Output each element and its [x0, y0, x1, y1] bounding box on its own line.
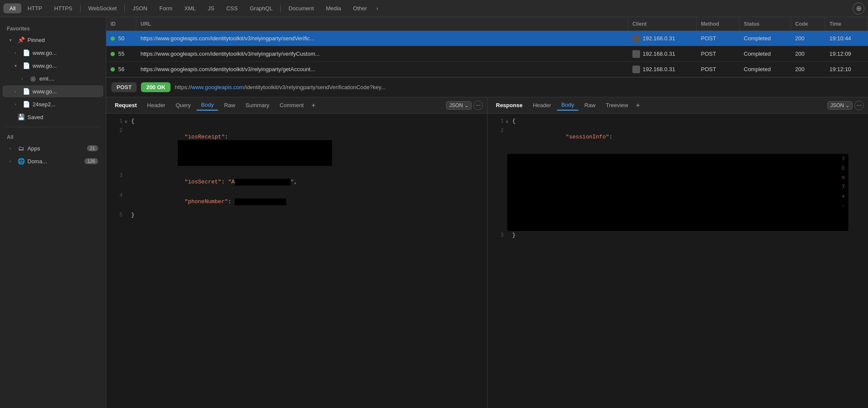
req-tab-request[interactable]: Request	[111, 100, 141, 110]
sidebar-item-eml[interactable]: › ◎ eml....	[3, 72, 103, 84]
chevron-down-icon: ▾	[9, 38, 15, 42]
pinned-label: Pinned	[27, 37, 98, 43]
tab-graphql[interactable]: GraphQL	[244, 3, 278, 13]
sidebar-item-24sep[interactable]: › 📄 24sep2...	[3, 98, 103, 110]
resp-line-3: 3 }	[488, 232, 868, 241]
url-bar: POST 200 OK https://www.googleapis.com/i…	[106, 78, 868, 97]
sidebar-item-apps[interactable]: › 🗂 Apps 21	[3, 142, 103, 154]
td-url-3: https://www.googleapis.com/identitytoolk…	[136, 66, 628, 72]
td-id-1: 50	[106, 35, 136, 42]
resp-tab-plus[interactable]: +	[634, 102, 641, 109]
req-format-select[interactable]: JSON ⌄	[446, 101, 471, 110]
req-tab-comment[interactable]: Comment	[275, 100, 308, 110]
line-num-3: 3	[110, 172, 123, 179]
resp-format-chevron: ⌄	[845, 102, 850, 108]
sidebar-item-label-1: www.go...	[33, 50, 98, 56]
td-method-3: POST	[697, 66, 739, 72]
request-half: Request Header Query Body Raw Summary Co…	[106, 97, 488, 408]
req-tab-plus[interactable]: +	[310, 102, 317, 109]
td-client-1: 192.168.0.31	[628, 35, 697, 42]
line-content-3: "iosSecret": "A",	[129, 172, 484, 192]
code-line-5: 5 }	[106, 212, 487, 221]
resp-tab-raw[interactable]: Raw	[580, 100, 600, 110]
td-code-1: 200	[791, 35, 825, 42]
resp-tab-body[interactable]: Body	[557, 100, 578, 111]
response-code-area[interactable]: 1 ∨ { 2 "sessionInfo":	[488, 114, 868, 408]
table-row[interactable]: 55 https://www.googleapis.com/identityto…	[106, 46, 868, 62]
resp-content-2: "sessionInfo":	[511, 127, 865, 153]
apps-icon: 🗂	[17, 144, 25, 152]
request-tabs: Request Header Query Body Raw Summary Co…	[106, 97, 487, 114]
table-row[interactable]: 56 https://www.googleapis.com/identityto…	[106, 62, 868, 77]
td-time-3: 19:12:10	[825, 66, 868, 72]
td-method-2: POST	[697, 51, 739, 57]
all-label: All	[0, 131, 106, 142]
domains-badge: 126	[84, 158, 98, 164]
sidebar-item-pinned[interactable]: ▾ 📌 Pinned	[3, 34, 103, 46]
chevron-right-icon-domains: ›	[9, 159, 15, 164]
tab-css[interactable]: CSS	[220, 3, 244, 13]
line-num-5: 5	[110, 212, 123, 218]
tab-more[interactable]: ›	[373, 3, 382, 13]
td-time-1: 19:10:44	[825, 35, 868, 42]
sidebar-divider	[7, 127, 99, 127]
sidebar-item-domains[interactable]: › 🌐 Doma... 126	[3, 155, 103, 167]
resp-options-button[interactable]: ⋯	[854, 101, 864, 110]
pin-icon: 📌	[17, 36, 25, 44]
th-status: Status	[739, 17, 791, 30]
table-row[interactable]: 50 https://www.googleapis.com/identityto…	[106, 31, 868, 46]
req-tab-raw[interactable]: Raw	[220, 100, 239, 110]
resp-tab-header[interactable]: Header	[529, 100, 556, 110]
response-tabs: Response Header Body Raw Treeview + JSON…	[488, 97, 868, 114]
collapse-chevron-1[interactable]: ∨	[123, 118, 129, 124]
req-tab-summary[interactable]: Summary	[241, 100, 274, 110]
circle-icon: ◎	[29, 75, 37, 82]
url-suffix: /identitytoolkit/v3/relyingparty/sendVer…	[244, 84, 386, 90]
req-tab-header[interactable]: Header	[143, 100, 170, 110]
main-layout: Favorites ▾ 📌 Pinned › 📄 www.go... ▾ 📄 w…	[0, 17, 868, 408]
page-icon: 📄	[22, 49, 30, 57]
req-tab-query[interactable]: Query	[171, 100, 195, 110]
tab-https[interactable]: HTTPS	[48, 3, 78, 13]
resp-content-3: }	[511, 232, 865, 238]
sidebar: Favorites ▾ 📌 Pinned › 📄 www.go... ▾ 📄 w…	[0, 17, 106, 408]
page-icon-2: 📄	[22, 62, 30, 69]
th-url: URL	[136, 17, 628, 30]
url-prefix: https://	[175, 84, 192, 90]
tab-http[interactable]: HTTP	[21, 3, 48, 13]
req-tab-body[interactable]: Body	[197, 100, 218, 111]
tab-form[interactable]: Form	[153, 3, 178, 13]
line-num-1: 1	[110, 118, 123, 124]
req-options-button[interactable]: ⋯	[473, 101, 483, 110]
sidebar-item-www-go-1[interactable]: › 📄 www.go...	[3, 47, 103, 59]
sidebar-item-www-go-3[interactable]: › 📄 www.go...	[3, 85, 103, 97]
resp-tab-treeview[interactable]: Treeview	[602, 100, 632, 110]
resp-format-select[interactable]: JSON ⌄	[827, 101, 853, 110]
tab-all[interactable]: All	[3, 3, 21, 13]
response-half: Response Header Body Raw Treeview + JSON…	[488, 97, 868, 408]
tab-js[interactable]: JS	[202, 3, 220, 13]
tab-xml[interactable]: XML	[178, 3, 202, 13]
sidebar-item-saved[interactable]: › 💾 Saved	[3, 111, 103, 123]
code-line-1: 1 ∨ {	[106, 118, 487, 127]
tab-other[interactable]: Other	[347, 3, 373, 13]
req-format-chevron: ⌄	[464, 102, 469, 108]
td-client-2: 192.168.0.31	[628, 50, 697, 58]
line-content-2: "iosReceipt":	[129, 127, 484, 172]
tab-websocket[interactable]: WebSocket	[82, 3, 123, 13]
tab-document[interactable]: Document	[282, 3, 320, 13]
tab-json[interactable]: JSON	[126, 3, 153, 13]
resp-tab-response[interactable]: Response	[492, 100, 527, 110]
favorites-label: Favorites	[0, 22, 106, 33]
request-code-area[interactable]: 1 ∨ { 2 "iosReceipt":	[106, 114, 487, 408]
settings-icon[interactable]: ⊕	[853, 3, 865, 15]
chevron-right-icon-4: ›	[15, 102, 20, 107]
resp-content-1: {	[511, 118, 865, 124]
resp-collapse-1[interactable]: ∨	[504, 118, 511, 124]
sidebar-item-www-go-2[interactable]: ▾ 📄 www.go...	[3, 60, 103, 72]
chevron-right-icon-3: ›	[15, 89, 20, 94]
tab-media[interactable]: Media	[320, 3, 347, 13]
url-link[interactable]: www.googleapis.com	[192, 84, 244, 90]
line-content-5: }	[129, 212, 484, 218]
status-dot-1	[111, 36, 115, 41]
